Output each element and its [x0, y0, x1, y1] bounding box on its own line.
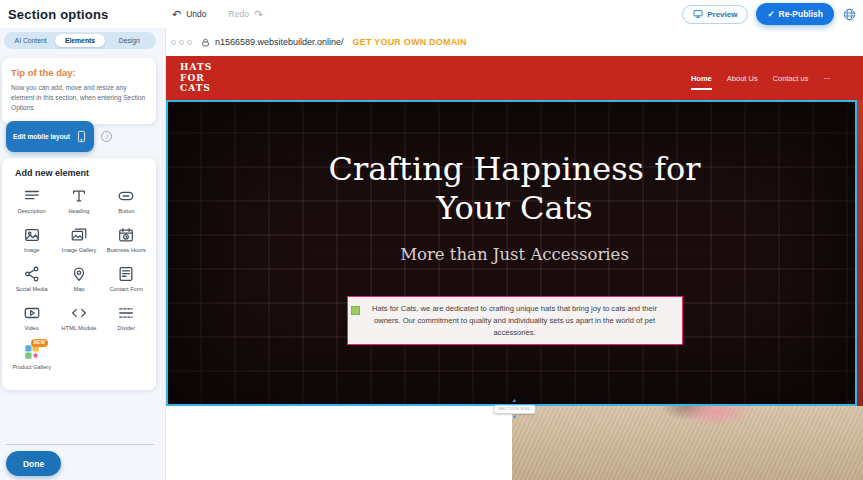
- preview-scrollbar[interactable]: [857, 100, 863, 406]
- undo-button[interactable]: Undo: [186, 9, 206, 19]
- sidebar-divider: [6, 444, 154, 445]
- tab-design[interactable]: Design: [105, 34, 154, 47]
- element-description[interactable]: Description: [8, 187, 55, 215]
- window-dot: [171, 40, 176, 45]
- contact-form-icon: [117, 265, 135, 283]
- preview-button[interactable]: Preview: [682, 5, 748, 24]
- business-hours-icon: [117, 226, 135, 244]
- sidebar: AI Content Elements Design Tip of the da…: [0, 28, 166, 480]
- hero-text-element[interactable]: Hats for Cats, we are dedicated to craft…: [347, 296, 683, 345]
- text-lines-icon: [23, 187, 41, 205]
- window-controls: [171, 40, 192, 45]
- divider-icon: [117, 304, 135, 322]
- image-icon: [23, 226, 41, 244]
- nav-contact-us[interactable]: Contact us: [773, 67, 809, 90]
- mobile-layout-row: Edit mobile layout i: [6, 121, 112, 152]
- republish-button[interactable]: ✓ Re-Publish: [756, 3, 834, 25]
- edit-mobile-layout-button[interactable]: Edit mobile layout: [6, 121, 94, 152]
- site-url[interactable]: n1566589.websitebuilder.online/: [215, 37, 344, 47]
- info-icon[interactable]: i: [101, 131, 112, 142]
- element-product-gallery[interactable]: NEW Product Gallery: [8, 343, 55, 371]
- tip-body: Now you can add, move and resize any ele…: [11, 83, 147, 114]
- element-video[interactable]: Video: [8, 304, 55, 332]
- done-button[interactable]: Done: [6, 451, 61, 476]
- element-button[interactable]: Button: [103, 187, 150, 215]
- section-resize-handle[interactable]: ▲ SECTION END ▼: [493, 398, 536, 420]
- arrow-up-icon: ▲: [512, 398, 517, 404]
- redo-icon[interactable]: ↷: [254, 9, 263, 20]
- preview-area: n1566589.websitebuilder.online/ GET YOUR…: [166, 28, 863, 480]
- nav-about-us[interactable]: About Us: [727, 67, 758, 90]
- hero-subheading[interactable]: More than Just Accessories: [166, 245, 863, 264]
- nav-more-icon[interactable]: ⋯: [824, 67, 832, 90]
- section-handle-label: SECTION END: [493, 405, 536, 414]
- element-divider[interactable]: Divider: [103, 304, 150, 332]
- undo-icon[interactable]: ↶: [172, 9, 181, 20]
- element-resize-handle[interactable]: [351, 306, 360, 315]
- history-controls: ↶ Undo Redo ↷: [172, 0, 263, 28]
- window-dot: [179, 40, 184, 45]
- element-grid: Description Heading Button Image Image G…: [8, 187, 150, 371]
- heading-icon: [70, 187, 88, 205]
- element-image[interactable]: Image: [8, 226, 55, 254]
- lock-icon: [201, 37, 210, 48]
- element-contact-form[interactable]: Contact Form: [103, 265, 150, 293]
- topbar: Section options ↶ Undo Redo ↷ Preview ✓ …: [0, 0, 863, 28]
- add-element-title: Add new element: [15, 168, 150, 178]
- get-domain-link[interactable]: GET YOUR OWN DOMAIN: [353, 37, 467, 47]
- browser-chrome: n1566589.websitebuilder.online/ GET YOUR…: [166, 28, 863, 56]
- next-section-image[interactable]: [512, 406, 863, 480]
- element-map[interactable]: Map: [55, 265, 102, 293]
- check-icon: ✓: [767, 9, 774, 19]
- tip-title: Tip of the day:: [11, 67, 147, 78]
- sidebar-tabs: AI Content Elements Design: [4, 32, 156, 49]
- code-icon: [70, 304, 88, 322]
- site-logo[interactable]: Hats for Cats: [180, 62, 232, 94]
- tab-elements[interactable]: Elements: [55, 34, 104, 47]
- image-gallery-icon: [70, 226, 88, 244]
- element-social-media[interactable]: Social Media: [8, 265, 55, 293]
- nav-home[interactable]: Home: [691, 67, 712, 90]
- map-pin-icon: [70, 265, 88, 283]
- tab-ai-content[interactable]: AI Content: [6, 34, 55, 47]
- share-icon: [23, 265, 41, 283]
- new-badge: NEW: [31, 339, 49, 347]
- video-icon: [23, 304, 41, 322]
- site-nav: Home About Us Contact us ⋯: [691, 67, 831, 90]
- website-canvas: Hats for Cats Home About Us Contact us ⋯…: [166, 56, 863, 480]
- element-heading[interactable]: Heading: [55, 187, 102, 215]
- tip-of-the-day-card: Tip of the day: Now you can add, move an…: [2, 58, 156, 124]
- globe-icon[interactable]: [842, 7, 857, 22]
- add-element-panel: Add new element Description Heading Butt…: [2, 158, 156, 390]
- redo-button[interactable]: Redo: [229, 9, 249, 19]
- element-image-gallery[interactable]: Image Gallery: [55, 226, 102, 254]
- window-dot: [187, 40, 192, 45]
- hero-section[interactable]: Crafting Happiness for Your Cats More th…: [166, 100, 863, 406]
- hero-heading[interactable]: Crafting Happiness for Your Cats: [166, 100, 863, 228]
- arrow-down-icon: ▼: [512, 415, 517, 421]
- page-title: Section options: [8, 7, 109, 22]
- element-html-module[interactable]: HTML Module: [55, 304, 102, 332]
- button-icon: [117, 187, 135, 205]
- element-business-hours[interactable]: Business Hours: [103, 226, 150, 254]
- topbar-actions: Preview ✓ Re-Publish: [682, 0, 857, 28]
- phone-icon: [76, 129, 87, 144]
- monitor-icon: [693, 9, 703, 19]
- site-header[interactable]: Hats for Cats Home About Us Contact us ⋯: [166, 56, 863, 100]
